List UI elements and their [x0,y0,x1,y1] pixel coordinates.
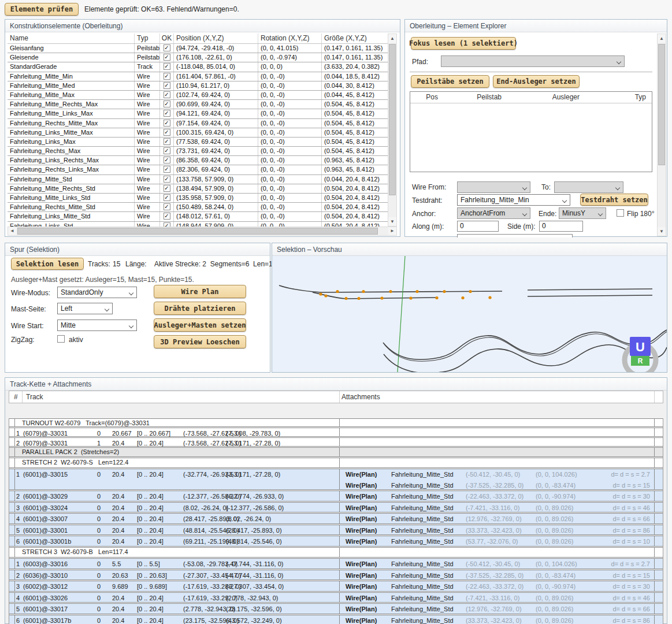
table-row[interactable]: 6(6001)@-33001b020.4[0 .. 20.4](69.211, … [9,536,663,547]
end-ausleger-setzen-button[interactable]: End-Ausleger setzen [493,75,580,88]
wire-start-combobox[interactable]: Mitte [57,320,137,331]
table-row[interactable]: 1(6001)@-33015020.4[0 .. 20.4](-32.774, … [9,469,663,490]
table-row[interactable]: Fahrleitung_Rechts_Mitte_MaxWire✓(97.154… [8,119,389,128]
ok-checkbox[interactable]: ✓ [164,194,170,201]
table-row[interactable]: 5(6001)@-33017020.4[0 .. 20.4](2.778, -3… [9,603,663,614]
ende-combobox[interactable]: MinusY [559,207,606,219]
column-header-typ[interactable]: Typ [135,34,160,43]
ok-checkbox[interactable]: ✓ [164,54,170,61]
konstruktion-horizontal-scrollbar[interactable]: ◄ ► [8,226,397,236]
scroll-down-icon[interactable]: ▼ [388,217,396,226]
ok-checkbox[interactable]: ✓ [164,157,170,164]
column-header-name[interactable]: Name [8,34,135,43]
column-header-attachments[interactable]: Attachments [341,393,380,401]
column-header-ok[interactable]: OK [160,34,174,43]
scroll-up-icon[interactable]: ▲ [658,34,666,43]
wire-plan-button[interactable]: Wire Plan [154,285,246,298]
table-row[interactable]: Fahrleitung_Mitte_MaxWire✓(102.74, 69.42… [8,91,389,100]
peilstab-list[interactable]: PosPeilstabAuslegerTyp [410,91,652,172]
table-row[interactable]: Fahrleitung_Links_StdWire✓(148.944, 57.9… [8,222,389,226]
ok-checkbox[interactable]: ✓ [164,222,170,226]
scrollbar-thumb[interactable] [17,228,378,235]
table-row[interactable]: StandardGeradeTrack✓(-118.048, 85.014, 0… [8,62,389,72]
explorer-vertical-scrollbar[interactable]: ▲ ▼ [657,34,666,236]
ok-checkbox[interactable]: ✓ [164,213,170,220]
table-row[interactable]: 2(6079)@-33031120.4[0 .. 20.4](-73.568, … [9,437,663,447]
table-row[interactable]: Fahrleitung_Links_Mitte_MaxWire✓(100.315… [8,128,389,138]
ok-checkbox[interactable]: ✓ [164,129,170,136]
column-header-track[interactable]: Track [26,393,43,401]
testdraht-combobox[interactable]: Fahrleitung_Mitte_Min [457,194,570,206]
table-row[interactable]: 2(6001)@-33029020.4[0 .. 20.4](-12.377, … [9,491,663,502]
wire-from-combobox[interactable] [457,181,530,193]
table-row[interactable]: Fahrleitung_Mitte_MedWire✓(110.94, 61.21… [8,81,389,91]
wire-to-combobox[interactable] [554,181,623,193]
table-row[interactable]: Fahrleitung_Rechts_Mitte_StdWire✓(150.48… [8,203,389,212]
table-row[interactable]: Fahrleitung_Mitte_Links_StdWire✓(135.958… [8,194,389,203]
table-row[interactable]: Fahrleitung_Links_Rechts_MaxWire✓(86.358… [8,156,389,165]
ok-checkbox[interactable]: ✓ [164,73,170,80]
along-input[interactable]: 0 [457,221,499,232]
table-row[interactable]: 6(6001)@-33017b020.4[0 .. 20.4](23.175, … [9,615,663,624]
table-row[interactable]: Fahrleitung_Mitte_Rechts_StdWire✓(138.49… [8,184,389,194]
list-column-header-typ[interactable]: Typ [635,93,646,101]
ok-checkbox[interactable]: ✓ [164,82,170,89]
table-row[interactable]: Fahrleitung_Mitte_StdWire✓(133.758, 57.9… [8,175,389,184]
column-header-position-x-y-z-[interactable]: Position (X,Y,Z) [174,34,258,43]
scrollbar-thumb[interactable] [389,44,396,195]
preview-loeschen-button[interactable]: 3D Preview Loeschen [154,335,246,348]
ok-checkbox[interactable]: ✓ [164,166,170,173]
column-header-num[interactable]: # [14,393,18,401]
scroll-left-icon[interactable]: ◄ [8,227,16,235]
scrollbar-thumb[interactable] [658,44,665,165]
table-row[interactable]: Fahrleitung_Rechts_Links_MaxWire✓(82.306… [8,165,389,174]
ok-checkbox[interactable]: ✓ [164,138,170,145]
testdraht-setzen-button[interactable]: Testdraht setzen [580,194,648,206]
table-row[interactable]: 2(6036)@-33010020.63[0 .. 20.63](-27.307… [9,570,663,581]
ok-checkbox[interactable]: ✓ [164,185,170,192]
ok-checkbox[interactable]: ✓ [164,101,170,107]
list-column-header-peilstab[interactable]: Peilstab [477,93,502,101]
table-row[interactable]: Fahrleitung_Rechts_MaxWire✓(73.731, 69.4… [8,147,389,156]
table-row[interactable]: Fahrleitung_Links_Mitte_StdWire✓(148.012… [8,212,389,221]
pfad-combobox[interactable] [441,55,625,67]
konstruktion-vertical-scrollbar[interactable]: ▲ ▼ [388,34,397,226]
ok-checkbox[interactable]: ✓ [164,44,170,51]
table-row[interactable]: 5(6001)@-33001020.4[0 .. 20.4](48.814, -… [9,525,663,536]
fokus-lesen-button[interactable]: Fokus lesen (1 selektiert) [411,37,516,50]
table-row[interactable]: Fahrleitung_Mitte_MinWire✓(161.404, 57.8… [8,72,389,81]
elemente-pruefen-button[interactable]: Elemente prüfen [5,3,79,16]
ok-checkbox[interactable]: ✓ [164,203,170,210]
table-row[interactable]: Fahrleitung_Mitte_Rechts_MaxWire✓(90.699… [8,100,389,109]
section-row[interactable]: PARALLEL PACK 2 (Stretches=2) [9,447,663,457]
column-header-gr-e-x-y-z-[interactable]: Größe (X,Y,Z) [322,34,389,43]
flip-180-checkbox[interactable] [617,209,624,217]
table-row[interactable]: GleisanfangPeilstab✓(94.724, -29.418, -0… [8,44,389,53]
zigzag-checkbox[interactable] [57,335,65,343]
scroll-down-icon[interactable]: ▼ [658,227,666,236]
list-column-header-pos[interactable]: Pos [426,93,438,101]
table-row[interactable]: 4(6001)@-33007020.4[0 .. 20.4](28.417, -… [9,513,663,524]
section-row[interactable]: STRETCH 3 W2-6079-B Len=117.4 [9,547,663,558]
ok-checkbox[interactable]: ✓ [164,110,170,117]
preview-canvas[interactable]: U R [272,256,667,372]
wire-modus-combobox[interactable]: StandardOnly [57,287,137,298]
section-row[interactable]: STRETCH 2 W2-6079-S Len=122.4 [9,458,663,468]
table-row[interactable]: 1(6003)@-3301605.5[0 .. 5.5](-53.08, -29… [9,558,663,569]
side-input[interactable]: 0 [539,221,583,232]
table-row[interactable]: Fahrleitung_Links_MaxWire✓(77.538, 69.42… [8,138,389,147]
ok-checkbox[interactable]: ✓ [164,176,170,183]
peilstaebe-setzen-button[interactable]: Peilstäbe setzen [411,75,489,88]
table-row[interactable]: 3(6002)@-3301209.689[0 .. 9.689](-17.619… [9,581,663,592]
selektion-lesen-button[interactable]: Selektion lesen [11,258,84,270]
mast-seite-combobox[interactable]: Left [57,303,113,314]
ok-checkbox[interactable]: ✓ [164,91,170,98]
scroll-up-icon[interactable]: ▲ [388,34,396,43]
table-row[interactable]: 3(6001)@-33024020.4[0 .. 20.4](8.02, -26… [9,502,663,513]
ok-checkbox[interactable]: ✓ [164,147,170,154]
table-row[interactable]: 4(6001)@-33026020.4[0 .. 20.4](-17.619, … [9,592,663,603]
ok-checkbox[interactable]: ✓ [164,63,170,70]
ausleger-masten-setzen-button[interactable]: Ausleger+Masten setzen [154,318,246,332]
scroll-right-icon[interactable]: ► [388,227,396,235]
table-row[interactable]: Fahrleitung_Mitte_Links_MaxWire✓(94.121,… [8,109,389,118]
